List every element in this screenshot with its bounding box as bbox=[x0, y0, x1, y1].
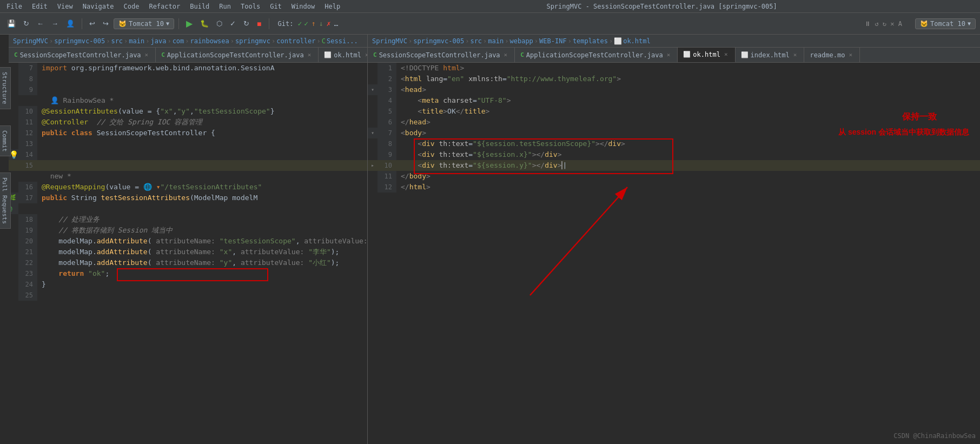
breadcrumb-java[interactable]: java bbox=[150, 37, 166, 45]
tab-close-3[interactable]: × bbox=[363, 51, 367, 59]
rb-springmvc[interactable]: SpringMVC bbox=[372, 37, 407, 45]
rtab-close-1[interactable]: × bbox=[502, 51, 509, 59]
code-line-rainbowsea: 👤 RainbowSea * bbox=[9, 95, 367, 106]
code-line-13: 13 bbox=[9, 138, 367, 149]
reload-button[interactable]: ↻ bbox=[241, 18, 252, 29]
menu-item-edit[interactable]: Edit bbox=[28, 2, 52, 11]
menu-item-file[interactable]: File bbox=[2, 2, 27, 11]
breadcrumb-main[interactable]: main bbox=[129, 37, 144, 45]
rtab-close-4[interactable]: × bbox=[792, 51, 799, 59]
rb-templates[interactable]: templates bbox=[573, 37, 608, 45]
stop-button[interactable]: ■ bbox=[254, 18, 264, 30]
tab-session-controller[interactable]: C SessionScopeTestController.java × bbox=[9, 48, 156, 63]
code-line-22: 22 modelMap.addAttribute( attributeName:… bbox=[9, 257, 367, 268]
menu-bar: File Edit View Navigate Code Refactor Bu… bbox=[0, 0, 980, 13]
rcode-line-4: 4 <meta charset="UTF-8"> bbox=[368, 95, 980, 106]
redo-button[interactable]: ↪ bbox=[100, 18, 111, 29]
breadcrumb-controller[interactable]: controller bbox=[276, 37, 315, 45]
rtab-icon-c1: C bbox=[373, 51, 377, 58]
code-line-9: 9 bbox=[9, 84, 367, 95]
code-line-20: 20 modelMap.addAttribute( attributeName:… bbox=[9, 236, 367, 247]
rtab-application[interactable]: C ApplicationScopeTestController.java × bbox=[515, 48, 678, 63]
rtab-readme[interactable]: readme.mo × bbox=[804, 48, 860, 63]
tomcat-icon-right: 🐱 bbox=[920, 20, 928, 28]
git-down-arrow-icon: ↓ bbox=[319, 19, 323, 28]
rtab-close-2[interactable]: × bbox=[665, 51, 672, 59]
tab-icon-html1: ⬜ bbox=[324, 51, 332, 58]
tab-ok-html-left[interactable]: ⬜ ok.html × bbox=[319, 48, 367, 63]
menu-item-code[interactable]: Code bbox=[120, 2, 144, 11]
recent-files-button[interactable]: 👤 bbox=[63, 18, 77, 29]
annotation-keep-consistent: 保持一致 bbox=[902, 111, 937, 123]
rb-project[interactable]: springmvc-005 bbox=[413, 37, 464, 45]
left-code-lines: 7 import org.springframework.web.bind.an… bbox=[9, 63, 367, 301]
tomcat-dropdown-icon: ▼ bbox=[166, 21, 169, 26]
breadcrumb-rainbowsea[interactable]: rainbowsea bbox=[190, 37, 229, 45]
git-x-icon: ✗ bbox=[327, 19, 331, 28]
tab-icon-c2: C bbox=[161, 51, 165, 58]
rcode-line-5: 5 <title>OK</title> bbox=[368, 106, 980, 117]
menu-item-view[interactable]: View bbox=[53, 2, 77, 11]
tab-close-2[interactable]: × bbox=[306, 51, 313, 59]
tomcat-label: Tomcat 10 bbox=[129, 20, 164, 28]
code-line-12: 12 public class SessionScopeTestControll… bbox=[9, 128, 367, 138]
git-label: Git: bbox=[278, 20, 294, 28]
svg-line-1 bbox=[530, 187, 627, 295]
tomcat-config-button-right[interactable]: 🐱 Tomcat 10 ▼ bbox=[915, 18, 976, 29]
separator-3 bbox=[269, 18, 269, 29]
rb-webinf[interactable]: WEB-INF bbox=[539, 37, 567, 45]
coverage-button[interactable]: ✓ bbox=[227, 18, 239, 29]
left-code-editor[interactable]: 7 import org.springframework.web.bind.an… bbox=[9, 63, 367, 444]
undo-button[interactable]: ↩ bbox=[87, 18, 98, 29]
forward-button[interactable]: → bbox=[49, 18, 61, 29]
breadcrumb-springmvc2[interactable]: springmvc bbox=[235, 37, 270, 45]
right-breadcrumb: SpringMVC › springmvc-005 › src › main ›… bbox=[368, 35, 980, 48]
code-line-24: 24 } bbox=[9, 279, 367, 290]
menu-item-build[interactable]: Build bbox=[186, 2, 214, 11]
structure-tab[interactable]: Structure bbox=[0, 67, 11, 109]
rtab-session[interactable]: C SessionScopeTestController.java × bbox=[368, 48, 515, 63]
rb-src[interactable]: src bbox=[470, 37, 482, 45]
menu-item-window[interactable]: Window bbox=[287, 2, 319, 11]
save-button[interactable]: 💾 bbox=[4, 18, 18, 29]
tomcat-config-button[interactable]: 🐱 Tomcat 10 ▼ bbox=[114, 18, 174, 29]
rtab-ok-html[interactable]: ⬜ ok.html × bbox=[678, 48, 735, 63]
menu-item-git[interactable]: Git bbox=[266, 2, 286, 11]
debug-button[interactable]: 🐛 bbox=[197, 18, 211, 29]
menu-item-refactor[interactable]: Refactor bbox=[144, 2, 184, 11]
rtab-close-3[interactable]: × bbox=[723, 50, 730, 58]
code-line-19: 19 // 将数据存储到 Session 域当中 bbox=[9, 225, 367, 236]
right-code-editor[interactable]: 1 <!DOCTYPE html> 2 <html lang="en" xmln… bbox=[368, 63, 980, 444]
code-line-14: 💡 14 bbox=[9, 149, 367, 160]
tab-application-controller[interactable]: C ApplicationScopeTestController.java × bbox=[156, 48, 319, 63]
breadcrumb-src[interactable]: src bbox=[111, 37, 123, 45]
rb-webapp[interactable]: webapp bbox=[509, 37, 533, 45]
rtab-label-application: ApplicationScopeTestController.java bbox=[526, 51, 663, 59]
breadcrumb-class[interactable]: Sessi... bbox=[327, 37, 358, 45]
rcode-line-6: 6 </head> bbox=[368, 117, 980, 128]
breadcrumb-com[interactable]: com bbox=[173, 37, 184, 45]
tomcat-icon: 🐱 bbox=[118, 20, 127, 28]
rtab-close-5[interactable]: × bbox=[847, 51, 854, 59]
breadcrumb-springmvc[interactable]: SpringMVC bbox=[13, 37, 48, 45]
tab-label-session: SessionScopeTestController.java bbox=[20, 51, 141, 59]
top-toolbar: 💾 ↻ ← → 👤 ↩ ↪ 🐱 Tomcat 10 ▼ ▶ 🐛 ⬡ ✓ ↻ ■ … bbox=[0, 13, 980, 35]
sync-button[interactable]: ↻ bbox=[21, 18, 32, 29]
tab-close-1[interactable]: × bbox=[143, 51, 150, 59]
pull-requests-tab[interactable]: Pull Requests bbox=[0, 173, 11, 229]
back-button[interactable]: ← bbox=[34, 18, 47, 29]
menu-item-help[interactable]: Help bbox=[320, 2, 345, 11]
rcode-line-9: 9 <div th:text="${session.x}"></div> bbox=[368, 149, 980, 160]
rtab-icon-html2: ⬜ bbox=[741, 51, 749, 58]
menu-item-run[interactable]: Run bbox=[215, 2, 235, 11]
breadcrumb-project[interactable]: springmvc-005 bbox=[54, 37, 105, 45]
menu-item-tools[interactable]: Tools bbox=[236, 2, 264, 11]
rb-main[interactable]: main bbox=[488, 37, 504, 45]
commit-tab[interactable]: Commit bbox=[0, 125, 11, 157]
run-button[interactable]: ▶ bbox=[183, 17, 195, 30]
rb-ok-html[interactable]: ok.html bbox=[623, 37, 651, 45]
profile-button[interactable]: ⬡ bbox=[214, 18, 225, 29]
menu-item-navigate[interactable]: Navigate bbox=[78, 2, 118, 11]
git-check-icon: ✓ bbox=[297, 19, 302, 28]
rtab-index-html[interactable]: ⬜ index.html × bbox=[736, 48, 805, 63]
